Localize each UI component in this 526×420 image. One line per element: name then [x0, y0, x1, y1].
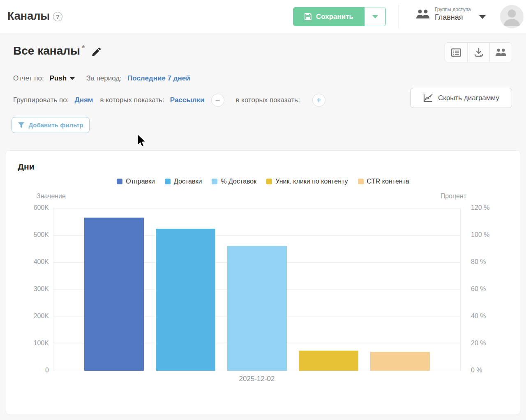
mouse-cursor [137, 134, 148, 148]
show-in-label-1: в которых показать: [100, 96, 164, 104]
chevron-down-icon [479, 15, 486, 19]
legend-item[interactable]: % Доставок [212, 178, 256, 185]
right-axis-tick: 120 % [471, 204, 489, 211]
legend-swatch-icon [117, 179, 122, 184]
left-axis-tick: 300K [34, 285, 49, 293]
chevron-down-icon [70, 77, 75, 80]
report-by-select[interactable]: Push [50, 74, 75, 83]
right-axis-tick: 40 % [471, 312, 486, 320]
chevron-down-icon [372, 15, 378, 18]
show-in-link[interactable]: Рассылки [170, 96, 205, 104]
avatar[interactable] [500, 5, 524, 28]
chart-slash-icon [423, 93, 434, 103]
users-group-icon [495, 48, 507, 57]
left-axis-tick: 0 [45, 367, 49, 374]
header-divider [399, 5, 399, 28]
access-group-value: Главная [435, 13, 471, 22]
save-button[interactable]: Сохранить [293, 7, 364, 26]
chart-legend: ОтправкиДоставки% ДоставокУник. клики по… [6, 178, 520, 185]
right-axis-tick: 80 % [471, 258, 486, 266]
top-header: Каналы ? Сохранить Группы доступа Главна… [0, 0, 526, 33]
bar-2[interactable] [156, 229, 215, 371]
report-by-label: Отчет по: [13, 74, 44, 83]
table-view-button[interactable] [445, 43, 467, 62]
left-axis-tick: 600K [34, 204, 49, 211]
bar-4[interactable] [299, 351, 358, 371]
legend-swatch-icon [165, 179, 171, 184]
legend-item[interactable]: CTR контента [358, 178, 409, 185]
group-by-link[interactable]: Дням [75, 96, 93, 104]
hide-chart-label: Скрыть диаграмму [438, 94, 499, 102]
plot-area [53, 208, 461, 371]
right-axis-tick: 0 % [471, 367, 482, 374]
add-dimension-button[interactable]: + [312, 94, 325, 107]
show-in-label-2: в которых показать: [236, 96, 300, 104]
left-axis-tick: 100K [34, 340, 49, 347]
left-axis-title: Значение [37, 193, 66, 200]
download-icon [474, 48, 484, 57]
x-axis-category: 2025-12-02 [53, 375, 461, 383]
hide-chart-button[interactable]: Скрыть диаграмму [410, 88, 512, 108]
app-title: Каналы [7, 10, 50, 23]
bar-5[interactable] [370, 352, 430, 371]
legend-label: CTR контента [367, 178, 409, 185]
gridline [53, 371, 460, 371]
bar-3[interactable] [227, 246, 287, 371]
gridline [53, 208, 460, 209]
remove-dimension-button[interactable]: − [211, 94, 224, 107]
legend-swatch-icon [212, 179, 217, 184]
legend-item[interactable]: Доставки [165, 178, 202, 185]
legend-label: Уник. клики по контенту [275, 178, 348, 185]
right-axis-tick: 60 % [471, 285, 486, 293]
app-root: Каналы ? Сохранить Группы доступа Главна… [0, 0, 526, 420]
edit-title-icon[interactable] [90, 47, 101, 58]
download-button[interactable] [467, 43, 489, 62]
unsaved-asterisk: * [82, 44, 85, 53]
save-icon [304, 13, 312, 21]
share-access-button[interactable] [489, 43, 512, 62]
left-axis-tick: 200K [34, 312, 49, 320]
chart-title: Дни [18, 162, 35, 172]
access-group-label: Группы доступа [435, 7, 471, 12]
legend-swatch-icon [266, 179, 272, 184]
add-filter-button[interactable]: Добавить фильтр [12, 117, 90, 133]
save-button-label: Сохранить [316, 13, 353, 21]
access-group-selector[interactable]: Группы доступа Главная [416, 7, 486, 22]
page-title: Все каналы [13, 44, 80, 57]
save-dropdown-button[interactable] [364, 7, 385, 26]
users-icon [416, 9, 430, 20]
left-axis-tick: 400K [34, 258, 49, 266]
chart-card: Дни ОтправкиДоставки% ДоставокУник. клик… [6, 150, 520, 414]
legend-item[interactable]: Уник. клики по контенту [266, 178, 348, 185]
right-axis-title: Процент [441, 193, 466, 200]
filter-row-1: Отчет по: Push За период: Последние 7 дн… [13, 74, 190, 83]
period-link[interactable]: Последние 7 дней [127, 74, 190, 83]
right-axis-tick: 20 % [471, 340, 486, 347]
help-icon[interactable]: ? [53, 12, 62, 21]
legend-swatch-icon [358, 179, 364, 184]
bar-1[interactable] [84, 218, 144, 371]
legend-label: % Доставок [221, 178, 256, 185]
group-by-label: Группировать по: [13, 96, 69, 104]
filter-funnel-icon [18, 122, 25, 129]
add-filter-label: Добавить фильтр [28, 122, 83, 129]
table-icon [451, 48, 461, 57]
right-axis-tick: 100 % [471, 231, 489, 239]
page-toolbar [445, 42, 512, 62]
legend-item[interactable]: Отправки [117, 178, 155, 185]
legend-label: Отправки [126, 178, 155, 185]
period-label: За период: [86, 74, 122, 83]
filter-row-2: Группировать по: Дням в которых показать… [13, 94, 325, 107]
save-button-group: Сохранить [293, 7, 386, 26]
left-axis-tick: 500K [34, 231, 49, 239]
legend-label: Доставки [174, 178, 202, 185]
